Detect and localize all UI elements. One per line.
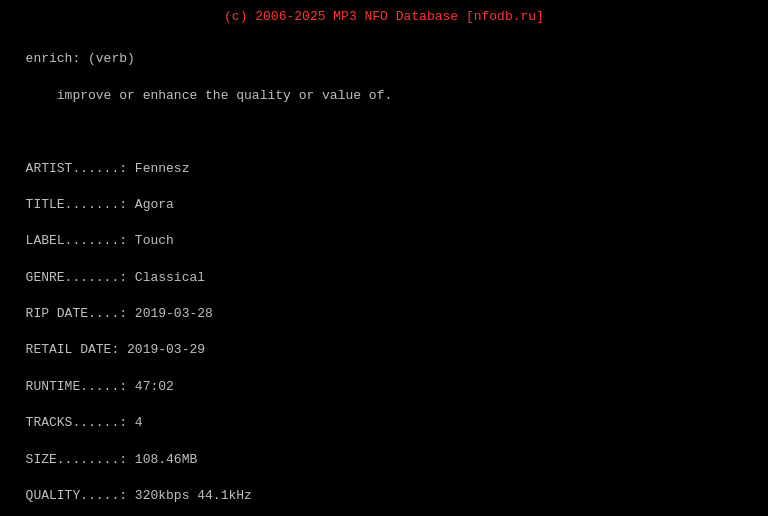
enrich-def: improve or enhance the quality or value … bbox=[26, 88, 393, 103]
header-line: (c) 2006-2025 MP3 NFO Database [nfodb.ru… bbox=[10, 8, 758, 26]
main-content: enrich: (verb) improve or enhance the qu… bbox=[10, 32, 758, 516]
genre-line: GENRE.......: Classical bbox=[26, 270, 205, 285]
runtime-line: RUNTIME.....: 47:02 bbox=[26, 379, 174, 394]
size-line: SIZE........: 108.46MB bbox=[26, 452, 198, 467]
artist-line: ARTIST......: Fennesz bbox=[26, 161, 190, 176]
title-line: TITLE.......: Agora bbox=[26, 197, 174, 212]
quality-line: QUALITY.....: 320kbps 44.1kHz bbox=[26, 488, 252, 503]
tracks-line: TRACKS......: 4 bbox=[26, 415, 143, 430]
label-line: LABEL.......: Touch bbox=[26, 233, 174, 248]
enrich-label: enrich: (verb) bbox=[26, 51, 135, 66]
rip-date-line: RIP DATE....: 2019-03-28 bbox=[26, 306, 213, 321]
retail-date-line: RETAIL DATE: 2019-03-29 bbox=[26, 342, 205, 357]
